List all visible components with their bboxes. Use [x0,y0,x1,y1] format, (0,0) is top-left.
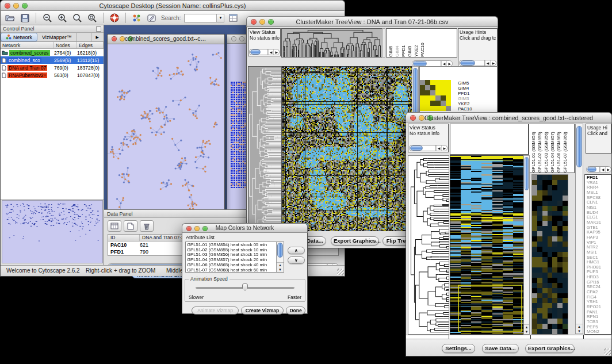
view-status-scrollbar[interactable]: ◀▶ [409,145,447,151]
tab-vizmapper[interactable]: VizMapper™ [37,33,77,41]
minimize-icon[interactable] [194,226,200,231]
treeview1-usage-hints: Usage Hints Click and drag tc ◀▶ [458,28,498,67]
zoom-matrix[interactable] [531,174,568,335]
treeview1-title-bar[interactable]: ClusterMaker TreeView : DNA and Tran 07-… [246,16,498,27]
zoom-column-labels: GIM5GIM4PFD1GIM3YKE2PAC10 [386,28,457,58]
create-vizmap-button[interactable]: Create Vizmap [241,306,284,315]
attribute-list-vscrollbar[interactable]: ▲▼ [276,242,284,272]
scroll-up-icon[interactable]: ▲ [524,325,529,329]
rotated-column-label: GPL51-04 (GSM857) [549,124,556,173]
row-dendrogram[interactable] [248,66,282,231]
attribute-list-label: Attribute List [186,235,215,240]
tab-network[interactable]: Network [1,33,37,41]
resize-grip[interactable] [604,348,611,355]
network-nodes: 2569(6) [54,58,77,63]
expression-heatmap[interactable] [282,66,412,231]
column-dendrogram[interactable] [281,28,382,58]
treeview2-usage-hints: Usage Hi Click and [586,124,611,154]
rotated-column-label: GIM4 [394,29,400,57]
scroll-down-icon[interactable]: ▼ [277,267,284,272]
search-dropdown-icon[interactable]: ▼ [216,14,224,22]
usage-hints-scrollbar[interactable]: ◀▶ [459,60,496,66]
zoom-fit-icon[interactable] [71,13,83,23]
folder-icon [2,50,8,55]
resize-grip[interactable] [337,269,344,275]
export-graphics-button[interactable]: Export Graphics... [331,236,379,246]
attribute-grid-icon[interactable] [108,220,121,232]
network-table-row[interactable]: combined_scores2764(0)16218(0) [1,49,104,56]
tab-overflow-arrow[interactable]: ▶ [91,33,104,41]
annotation-icon[interactable] [146,13,158,23]
data-panel-col-id[interactable]: ID [108,235,140,241]
map-dialog-title-bar[interactable]: Map Colors to Network [182,223,308,233]
global-vscrollbar[interactable]: ▲▼ [575,124,583,334]
scroll-up-icon[interactable]: ▲ [277,263,284,267]
delete-attribute-icon[interactable] [140,220,154,232]
export-graphics-button[interactable]: Export Graphics... [525,344,575,353]
gene-label-list: PFD1YRA1RNR4MSL1SPC98CLN1NIS1BUD4ELG1MAK… [584,174,611,335]
move-down-button[interactable]: ∨ [288,256,305,264]
row-dendrogram[interactable] [408,155,449,335]
network-view-clusters[interactable] [108,44,224,209]
zoom-in-icon[interactable] [56,13,68,23]
float-panel-icon[interactable] [96,26,101,32]
expression-heatmap[interactable] [450,155,524,335]
main-window-title: Cytoscape Desktop (Session Name: collins… [18,2,327,9]
zoom-matrix[interactable] [420,80,451,111]
zoom-selected-icon[interactable] [86,13,98,23]
new-attribute-icon[interactable] [124,220,137,232]
close-icon[interactable] [112,36,117,41]
dendrogram-mini-scrollbar[interactable] [382,28,385,58]
zoom-row-label: PAC10 [458,106,472,112]
slider-max-label: Faster [288,294,301,300]
gene-label[interactable]: MON2 [587,329,611,335]
usage-hints-scrollbar[interactable]: ◀▶ [586,166,611,173]
rotated-column-label: GPL51-07 (GSM868) [562,124,568,173]
close-icon[interactable] [251,19,257,25]
close-icon[interactable] [231,36,236,41]
main-title-bar[interactable]: Cytoscape Desktop (Session Name: collins… [0,0,345,11]
network-window-1-title: combined_scores_good.txt--cluste... [125,36,207,42]
treeview2-title-bar[interactable]: ClusterMaker TreeView : combined_scores_… [406,112,612,122]
rotated-column-label: GPL51-02 (GSM855) [537,124,543,173]
zoom-out-icon[interactable] [41,13,53,23]
heatmap-vscrollbar[interactable]: ▲▼ [523,155,530,335]
attribute-list-item[interactable]: GPL51-07 (GSM868) heat shock 60 min [186,268,276,273]
network-icon[interactable] [131,13,143,23]
move-up-button[interactable]: ∧ [288,247,305,254]
open-folder-icon[interactable] [4,13,16,23]
attribute-listbox[interactable]: GPL51-01 (GSM854) heat shock 05 minGPL51… [185,242,284,273]
zoom-row-label: GIM4 [458,86,472,91]
attribute-table-icon[interactable] [228,13,239,23]
save-data-button[interactable]: Save Data... [482,344,519,353]
save-icon[interactable] [19,13,30,23]
minimize-icon[interactable] [239,36,244,41]
help-lifering-icon[interactable] [109,13,120,23]
scroll-down-icon[interactable]: ▼ [524,329,529,334]
close-icon[interactable] [410,115,416,121]
rotated-column-label: GPL51-03 (GSM856) [543,124,549,173]
settings-button[interactable]: Settings... [442,344,475,353]
birdseye-view[interactable] [2,200,103,263]
animate-vizmap-button[interactable]: Animate Vizmap [192,306,239,315]
scroll-down-icon[interactable]: ▼ [576,329,583,334]
treeview1-title: ClusterMaker TreeView : DNA and Tran 07-… [264,18,480,25]
search-input[interactable]: ▼ [184,14,224,22]
close-icon[interactable] [5,3,10,9]
data-panel-title: Data Panel [107,211,133,217]
network-table-row[interactable]: RNAPuberNov2+563(0)107847(0) [1,71,104,79]
rotated-column-label: GIM3 [407,29,413,57]
close-icon[interactable] [186,226,192,231]
network-table-row[interactable]: combined_sco2569(6)13112(15) [1,56,104,64]
minimize-icon[interactable] [120,36,125,41]
done-button[interactable]: Done [286,306,305,315]
network-name: RNAPuberNov2+ [7,72,47,78]
network-window-1[interactable]: combined_scores_good.txt--cluste... [107,34,225,209]
view-status-scrollbar[interactable]: ◀▶ [249,49,280,55]
network-table-row[interactable]: DNA and Tran 07769(0)183728(0) [1,64,104,71]
rotated-column-label: GPL51-06 (GSM865) [556,124,562,173]
scroll-up-icon[interactable]: ▲ [576,324,583,329]
speed-slider-thumb[interactable] [242,283,248,291]
slider-min-label: Slower [189,294,204,300]
network-name: combined_sco [7,58,41,63]
